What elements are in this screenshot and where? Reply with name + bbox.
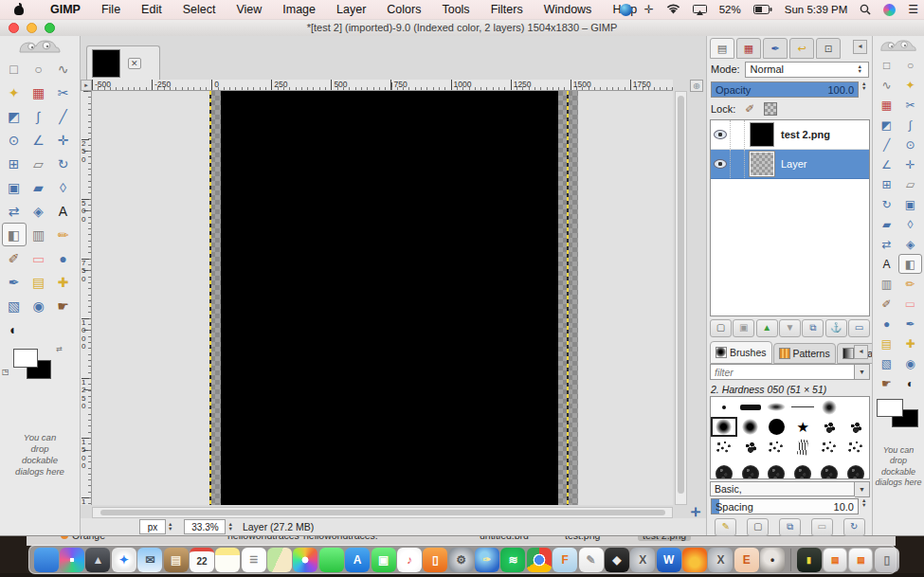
dock-item-gimp[interactable]: • xyxy=(760,548,785,572)
menu-item[interactable]: Colors xyxy=(376,3,431,16)
dock-item-spotify[interactable]: ≋ xyxy=(500,548,525,572)
dock-item-word[interactable]: W xyxy=(657,548,681,572)
dock-item-ibooks[interactable]: ▯ xyxy=(423,548,447,572)
dock-item-app-store[interactable]: A xyxy=(345,548,370,572)
brush-swatch[interactable] xyxy=(737,417,764,437)
unit-spinner[interactable]: ▲▼ xyxy=(168,522,172,532)
tool-free-select[interactable]: ∿ xyxy=(51,57,76,81)
menu-item[interactable]: File xyxy=(91,3,131,16)
image-tab[interactable]: ✕ xyxy=(86,45,160,81)
menu-item[interactable]: Select xyxy=(172,3,226,16)
link-cell[interactable] xyxy=(731,150,745,178)
opacity-spinner[interactable]: ▲▼ xyxy=(861,81,866,91)
image-layers[interactable] xyxy=(210,91,578,505)
brush-swatch[interactable] xyxy=(764,457,790,477)
dock-item-notebook-folder[interactable]: ▮ xyxy=(797,548,822,572)
tool-dodge-burn[interactable]: ◐ xyxy=(2,317,27,341)
dock-item-system-preferences[interactable]: ⚙ xyxy=(449,548,474,572)
dock-item-siri[interactable] xyxy=(60,548,84,572)
tool-scale[interactable]: ▣ xyxy=(2,175,27,199)
move-status-icon[interactable]: ✛ xyxy=(644,3,654,16)
opacity-slider[interactable]: Opacity 100.0 xyxy=(711,81,859,98)
spacing-spinner[interactable]: ▲▼ xyxy=(861,498,866,508)
tool-cage-transform[interactable]: ◈ xyxy=(27,199,51,223)
menu-bar-clock[interactable]: Sun 5:39 PM xyxy=(785,4,847,15)
menu-item[interactable]: View xyxy=(226,3,272,16)
tool-flip[interactable]: ⇄ xyxy=(2,199,27,223)
dock-item-hola[interactable] xyxy=(682,548,707,572)
tool-perspective-clone[interactable]: ▧ xyxy=(2,294,27,317)
brush-swatch[interactable] xyxy=(789,437,816,457)
dock-item-finder[interactable] xyxy=(34,548,59,572)
tool-ellipse-select[interactable]: ○ xyxy=(898,55,922,75)
brush-swatch[interactable] xyxy=(711,437,737,457)
tool-color-picker[interactable]: ╱ xyxy=(51,104,76,128)
tool-gradient[interactable]: ▥ xyxy=(875,274,898,294)
tool-select-by-color[interactable]: ▦ xyxy=(27,81,51,104)
brush-swatch[interactable] xyxy=(816,417,842,437)
brush-swatch[interactable] xyxy=(737,457,764,477)
tool-crop[interactable]: ▱ xyxy=(27,152,51,175)
foreground-color-swatch[interactable] xyxy=(13,349,38,368)
tool-move[interactable]: ✛ xyxy=(51,128,76,152)
visibility-cell[interactable] xyxy=(711,150,731,178)
edit-brush-button[interactable]: ✎ xyxy=(715,518,736,536)
zoom-window-button[interactable] xyxy=(45,23,55,33)
brush-swatch[interactable] xyxy=(764,417,790,437)
dockable-menu-button[interactable]: ◂ xyxy=(854,345,868,359)
brush-swatch[interactable] xyxy=(711,397,737,417)
vertical-scrollbar[interactable] xyxy=(675,91,687,505)
tool-ellipse-select[interactable]: ○ xyxy=(27,57,51,81)
tool-text[interactable]: A xyxy=(51,199,76,223)
tool-rectangle-select[interactable]: □ xyxy=(2,57,27,81)
tool-flip[interactable]: ⇄ xyxy=(875,234,898,254)
tool-gradient[interactable]: ▥ xyxy=(27,223,51,246)
tool-clone[interactable]: ▤ xyxy=(875,334,898,353)
dock-item-eagle[interactable]: E xyxy=(734,548,759,572)
tool-dodge-burn[interactable]: ◐ xyxy=(898,373,922,393)
dock-item-textedit[interactable]: ✎ xyxy=(579,548,604,572)
lock-alpha-icon[interactable] xyxy=(764,102,777,116)
tool-ink[interactable]: ✒ xyxy=(2,270,27,294)
tool-bucket-fill[interactable]: ◧ xyxy=(898,254,922,274)
tool-alignment[interactable]: ⊞ xyxy=(875,174,898,194)
category-dropdown-icon[interactable]: ▼ xyxy=(855,481,870,497)
horizontal-scrollbar[interactable] xyxy=(92,507,673,518)
dock-item-reminders[interactable]: ☰ xyxy=(242,548,266,572)
visibility-cell[interactable] xyxy=(711,120,731,149)
tab-channels[interactable]: ▦ xyxy=(736,38,761,59)
siri-icon[interactable] xyxy=(883,4,896,16)
foreground-color-swatch[interactable] xyxy=(877,399,903,417)
lower-layer-button[interactable]: ▼ xyxy=(779,319,801,337)
eye-icon[interactable] xyxy=(714,159,727,169)
brush-swatch[interactable] xyxy=(842,437,869,457)
tool-fuzzy-select[interactable]: ✦ xyxy=(2,81,27,104)
tool-free-select[interactable]: ∿ xyxy=(875,75,898,95)
dock-item-contacts[interactable]: ▤ xyxy=(164,548,189,572)
menu-item[interactable]: Filters xyxy=(480,3,534,16)
brush-swatch[interactable] xyxy=(711,417,737,437)
tool-heal[interactable]: ✚ xyxy=(898,334,922,353)
brush-swatch[interactable] xyxy=(737,397,764,417)
dock-item-chrome[interactable] xyxy=(527,548,552,572)
color-swatches[interactable]: ◳ ⇄ xyxy=(13,349,57,381)
duplicate-brush-button[interactable]: ⧉ xyxy=(779,518,801,536)
minimize-window-button[interactable] xyxy=(27,23,37,33)
dock-item-calendar[interactable]: 22 xyxy=(190,548,214,572)
tool-paintbrush[interactable]: ✐ xyxy=(875,294,898,314)
default-colors-icon[interactable]: ◳ xyxy=(2,368,9,376)
link-cell[interactable] xyxy=(731,120,745,149)
tool-cage-transform[interactable]: ◈ xyxy=(898,234,922,254)
dock-item-launchpad[interactable]: ▲ xyxy=(85,548,110,572)
menu-item[interactable]: Layer xyxy=(326,3,376,16)
tool-perspective-clone[interactable]: ▧ xyxy=(875,353,898,373)
brush-swatch[interactable] xyxy=(764,437,790,457)
zoom-level-field[interactable]: 33.3% xyxy=(184,519,226,534)
filter-dropdown-icon[interactable]: ▼ xyxy=(855,364,870,380)
tool-airbrush[interactable]: ● xyxy=(875,314,898,334)
brush-swatch[interactable] xyxy=(816,437,842,457)
menu-item[interactable]: Image xyxy=(272,3,326,16)
layer-row[interactable]: test 2.png xyxy=(711,120,869,150)
tool-paintbrush[interactable]: ✐ xyxy=(2,246,27,270)
tool-smudge[interactable]: ☛ xyxy=(875,373,898,393)
